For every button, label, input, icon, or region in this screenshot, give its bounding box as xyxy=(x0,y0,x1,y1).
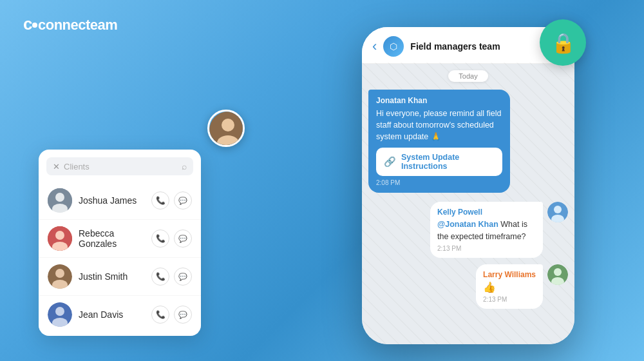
jonatan-float-avatar xyxy=(207,110,245,147)
larry-emoji: 👍 xyxy=(483,281,536,293)
logo: cconnecteam xyxy=(23,14,117,34)
logo-icon: cconnecteam xyxy=(23,14,117,34)
group-name: Field managers team xyxy=(410,41,500,52)
bubble-sender-kelly: Kelly Powell xyxy=(437,208,536,217)
contact-name: Jean Davis xyxy=(79,309,145,320)
contact-item[interactable]: Jean Davis 📞 💬 xyxy=(39,296,201,333)
message-bubble-received: Kelly Powell @Jonatan Khan What is the e… xyxy=(430,202,543,257)
group-avatar: ⬡ xyxy=(383,36,404,57)
message-row-kelly: Kelly Powell @Jonatan Khan What is the e… xyxy=(368,202,568,257)
avatar xyxy=(48,226,72,251)
phone-inner: ‹ ⬡ Field managers team Today Jonatan Kh… xyxy=(362,27,574,344)
date-pill: Today xyxy=(448,70,488,82)
link-icon: 🔗 xyxy=(384,156,396,168)
back-button[interactable]: ‹ xyxy=(372,39,377,54)
contact-name: Joshua James xyxy=(79,195,145,206)
search-icon: ⌕ xyxy=(182,161,187,171)
contact-actions: 📞 💬 xyxy=(151,229,192,248)
call-button[interactable]: 📞 xyxy=(151,268,169,286)
contact-actions: 📞 💬 xyxy=(151,306,192,324)
contact-name: Justin Smith xyxy=(79,271,145,282)
message-bubble-sent: Jonatan Khan Hi everyone, please remind … xyxy=(368,90,510,193)
avatar xyxy=(48,188,72,213)
svg-point-10 xyxy=(55,307,64,316)
date-badge: Today xyxy=(368,70,568,82)
svg-point-13 xyxy=(554,206,562,213)
contact-actions: 📞 💬 xyxy=(151,268,192,286)
message-button[interactable]: 💬 xyxy=(174,268,192,286)
bubble-sender: Jonatan Khan xyxy=(376,96,502,105)
link-card[interactable]: 🔗 System Update Instructions xyxy=(376,148,502,176)
search-bar[interactable]: ✕ Clients ⌕ xyxy=(46,157,193,175)
message-button[interactable]: 💬 xyxy=(174,229,192,248)
kelly-avatar xyxy=(547,202,568,222)
lock-icon: 🔒 xyxy=(551,32,575,54)
message-time-larry: 2:13 PM xyxy=(483,296,536,303)
call-button[interactable]: 📞 xyxy=(151,191,169,210)
larry-avatar xyxy=(547,264,568,285)
search-placeholder: Clients xyxy=(64,162,182,171)
contact-item[interactable]: Rebecca Gonzales 📞 💬 xyxy=(39,220,201,258)
avatar xyxy=(48,302,72,327)
link-label: System Update Instructions xyxy=(401,153,495,171)
svg-point-19 xyxy=(222,119,234,132)
lock-badge: 🔒 xyxy=(540,19,586,66)
svg-point-16 xyxy=(554,268,562,276)
contact-item[interactable]: Joshua James 📞 💬 xyxy=(39,182,201,220)
phone-mockup: ‹ ⬡ Field managers team Today Jonatan Kh… xyxy=(362,27,574,344)
contact-name: Rebecca Gonzales xyxy=(79,228,145,249)
message-time-kelly: 2:13 PM xyxy=(437,245,536,252)
message-row-jonatan: Jonatan Khan Hi everyone, please remind … xyxy=(368,90,568,193)
message-time: 2:08 PM xyxy=(376,179,502,186)
logo-dot xyxy=(32,23,37,28)
contact-panel: ✕ Clients ⌕ Joshua James 📞 💬 Rebecca Gon… xyxy=(39,150,201,336)
message-button[interactable]: 💬 xyxy=(174,191,192,210)
svg-point-7 xyxy=(55,269,64,278)
svg-point-4 xyxy=(55,231,64,240)
contact-actions: 📞 💬 xyxy=(151,191,192,210)
close-icon[interactable]: ✕ xyxy=(53,162,60,171)
call-button[interactable]: 📞 xyxy=(151,306,169,324)
message-button[interactable]: 💬 xyxy=(174,306,192,324)
chat-body: Today Jonatan Khan Hi everyone, please r… xyxy=(362,64,574,344)
call-button[interactable]: 📞 xyxy=(151,229,169,248)
avatar xyxy=(48,264,72,289)
bubble-sender-larry: Larry Williams xyxy=(483,270,536,279)
bubble-mention: @Jonatan Khan What is the expected timef… xyxy=(437,219,536,242)
bubble-text: Hi everyone, please remind all field sta… xyxy=(376,108,502,142)
message-bubble-larry: Larry Williams 👍 2:13 PM xyxy=(476,264,543,309)
contact-item[interactable]: Justin Smith 📞 💬 xyxy=(39,258,201,296)
mention-text: @Jonatan Khan xyxy=(437,220,498,229)
message-row-larry: Larry Williams 👍 2:13 PM xyxy=(368,264,568,309)
svg-point-1 xyxy=(55,193,64,202)
